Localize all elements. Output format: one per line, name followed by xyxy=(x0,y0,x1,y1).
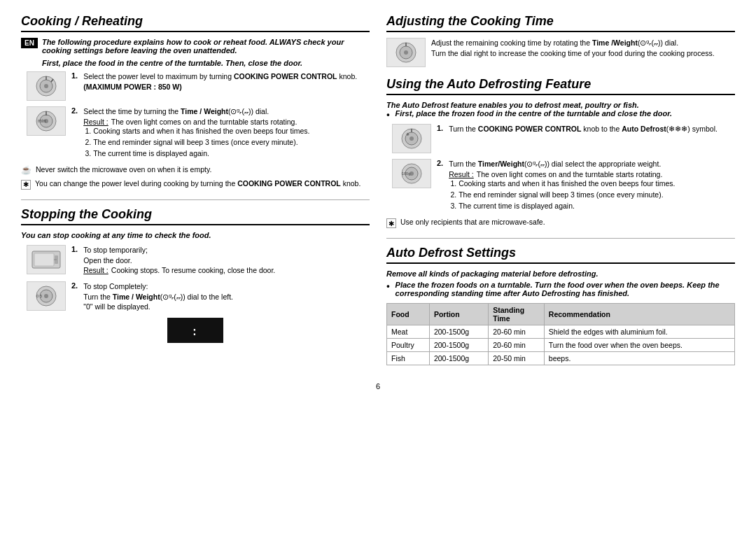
using-step1-number: 1. xyxy=(437,124,443,132)
table-body: Meat 200-1500g 20-60 min Shield the edge… xyxy=(387,325,735,365)
stop1-content: To stop temporarily; Open the door. Resu… xyxy=(83,245,370,276)
note1-icon: ☕ xyxy=(21,165,31,176)
stopping-steps: 1. To stop temporarily; Open the door. R… xyxy=(27,245,370,312)
note1-text: Never switch the microwave oven on when … xyxy=(36,165,211,175)
stopping-intro: You can stop cooking at any time to chec… xyxy=(21,231,370,239)
portion-cell: 200-1500g xyxy=(429,352,488,365)
stop1-result: Result : Cooking stops. To resume cookin… xyxy=(83,265,370,276)
stopping-title: Stopping the Cooking xyxy=(21,207,370,225)
svg-point-16 xyxy=(44,294,48,298)
adjusting-section: Adjusting the Cooking Time Adjust the re… xyxy=(386,14,735,67)
cooking-title: Cooking / Reheating xyxy=(21,14,370,32)
adjusting-title: Adjusting the Cooking Time xyxy=(386,14,735,32)
step2-content: Select the time by turning the Time / We… xyxy=(83,106,370,160)
note2-text: You can change the power level during co… xyxy=(35,179,360,189)
step1-content: Select the power level to maximum by tur… xyxy=(83,71,370,92)
using-steps: ❄ 1. Turn the COOKING POWER CONTROL knob… xyxy=(392,124,735,212)
table-row: Poultry 200-1500g 20-60 min Turn the foo… xyxy=(387,339,735,352)
right-column: Adjusting the Cooking Time Adjust the re… xyxy=(386,14,735,375)
using-sub-item: Cooking starts and when it has finished … xyxy=(458,179,735,189)
header-row: Food Portion StandingTime Recommendation xyxy=(387,304,735,325)
note2-icon: ✱ xyxy=(21,180,31,190)
left-column: Cooking / Reheating EN The following pro… xyxy=(21,14,370,375)
using-step2-sublist: Cooking starts and when it has finished … xyxy=(449,179,735,211)
food-cell: Meat xyxy=(387,325,430,339)
svg-text:min: min xyxy=(38,118,46,123)
portion-cell: 200-1500g xyxy=(429,325,488,339)
stopping-section: Stopping the Cooking You can stop cookin… xyxy=(21,207,370,343)
food-cell: Fish xyxy=(387,352,430,365)
divider1 xyxy=(21,199,370,200)
intro-text: The following procedure explains how to … xyxy=(42,38,370,55)
step2-result: Result : The oven light comes on and the… xyxy=(83,117,370,127)
step1-image xyxy=(27,71,66,101)
recommendation-cell: Shield the edges with aluminium foil. xyxy=(544,325,734,339)
sub-item: The end reminder signal will beep 3 time… xyxy=(93,138,370,148)
divider2 xyxy=(386,238,735,239)
defrost-table: Food Portion StandingTime Recommendation… xyxy=(386,303,735,365)
using-step1-image: ❄ xyxy=(392,124,431,153)
col-standing: StandingTime xyxy=(489,304,545,325)
table-row: Fish 200-1500g 20-50 min beeps. xyxy=(387,352,735,365)
adjusting-text: Adjust the remaining cooking time by rot… xyxy=(431,38,715,58)
using-step2-content: Turn the Timer/Weight(⊙ᵍᵣ(ᵣᵣ)) dial sele… xyxy=(449,159,735,212)
note2: ✱ You can change the power level during … xyxy=(21,179,370,190)
stop1-number: 1. xyxy=(71,245,78,253)
using-step-2: 100g 2. Turn the Timer/Weight(⊙ᵍᵣ(ᵣᵣ)) d… xyxy=(392,159,735,212)
sub-item: The current time is displayed again. xyxy=(93,149,370,159)
svg-text:❄: ❄ xyxy=(406,132,410,136)
table-header: Food Portion StandingTime Recommendation xyxy=(387,304,735,325)
using-auto-text: The Auto Defrost feature enables you to … xyxy=(386,101,735,120)
auto-defrost-title: Auto Defrost Settings xyxy=(386,246,735,264)
svg-rect-11 xyxy=(34,253,54,266)
step2-sublist: Cooking starts and when it has finished … xyxy=(83,127,370,158)
display-image: : xyxy=(167,318,223,343)
col-recommendation: Recommendation xyxy=(544,304,734,325)
standing-cell: 20-60 min xyxy=(489,325,545,339)
standing-cell: 20-60 min xyxy=(489,339,545,352)
step1-number: 1. xyxy=(71,71,78,80)
using-step2-result: Result : The oven light comes on and the… xyxy=(449,169,735,180)
intro-text2: First, place the food in the centre of t… xyxy=(42,59,370,67)
using-note-text: Use only recipients that are microwave-s… xyxy=(400,218,545,227)
using-note: ✱ Use only recipients that are microwave… xyxy=(386,218,735,228)
auto-defrost-bullets: Remove all kinds of packaging material b… xyxy=(386,269,735,297)
page-layout: Cooking / Reheating EN The following pro… xyxy=(21,14,735,375)
page-number: 6 xyxy=(21,382,735,391)
svg-point-20 xyxy=(404,50,408,55)
auto-intro1: Remove all kinds of packaging material b… xyxy=(386,269,735,278)
svg-text:100g: 100g xyxy=(402,171,410,176)
stop2-number: 2. xyxy=(71,281,78,290)
col-portion: Portion xyxy=(429,304,488,325)
table-row: Meat 200-1500g 20-60 min Shield the edge… xyxy=(387,325,735,339)
svg-text:0  5: 0 5 xyxy=(36,294,43,298)
using-step2-image: 100g xyxy=(392,159,431,188)
using-sub-item: The current time is displayed again. xyxy=(458,202,735,211)
using-section: Using the Auto Defrosting Feature The Au… xyxy=(386,77,735,228)
standing-cell: 20-50 min xyxy=(489,352,545,365)
adjusting-image xyxy=(386,38,426,67)
note1: ☕ Never switch the microwave oven on whe… xyxy=(21,165,370,176)
step-2: min 2. Select the time by turning the Ti… xyxy=(27,106,370,160)
adjusting-desc-block: Adjust the remaining cooking time by rot… xyxy=(386,38,735,67)
using-sub-item: The end reminder signal will beep 3 time… xyxy=(458,190,735,200)
step2-image: min xyxy=(27,106,66,136)
recommendation-cell: Turn the food over when the oven beeps. xyxy=(544,339,734,352)
stop-step-1: 1. To stop temporarily; Open the door. R… xyxy=(27,245,370,276)
using-title: Using the Auto Defrosting Feature xyxy=(386,77,735,95)
recommendation-cell: beeps. xyxy=(544,352,734,365)
step2-number: 2. xyxy=(71,106,78,115)
col-food: Food xyxy=(387,304,430,325)
step1-max-power: (MAXIMUM POWER : 850 W) xyxy=(83,83,182,91)
using-step-1: ❄ 1. Turn the COOKING POWER CONTROL knob… xyxy=(392,124,735,153)
stop2-content: To stop Completely: Turn the Time / Weig… xyxy=(83,281,370,312)
using-intro1: The Auto Defrost feature enables you to … xyxy=(386,101,735,109)
stop-step-2: 0 5 2. To stop Completely: Turn the Time… xyxy=(27,281,370,312)
auto-defrost-section: Auto Defrost Settings Remove all kinds o… xyxy=(386,246,735,365)
svg-point-24 xyxy=(410,136,414,141)
stop1-image xyxy=(27,245,66,274)
cooking-section: Cooking / Reheating EN The following pro… xyxy=(21,14,370,190)
sub-item: Cooking starts and when it has finished … xyxy=(93,127,370,136)
intro-block: EN The following procedure explains how … xyxy=(21,38,370,67)
stop2-image: 0 5 xyxy=(27,281,66,311)
